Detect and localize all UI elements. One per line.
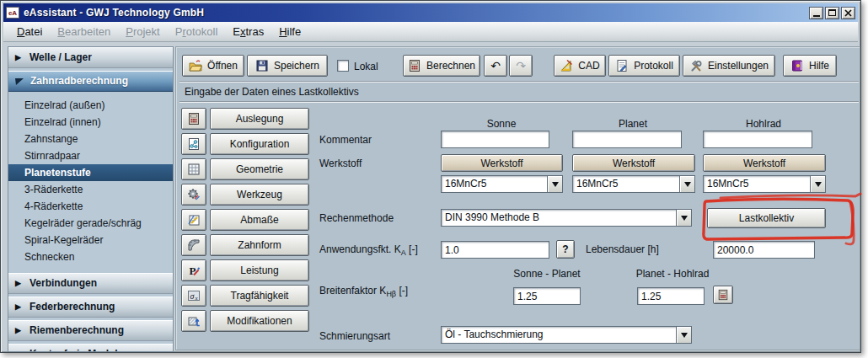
sidebar-item-planetenstufe[interactable]: Planetenstufe xyxy=(8,164,173,181)
close-button[interactable] xyxy=(841,7,855,19)
sidebar-section-verbindungen[interactable]: ▶ Verbindungen xyxy=(8,273,173,294)
help-button[interactable]: Hilfe xyxy=(783,55,837,77)
menu-extras[interactable]: Extras xyxy=(225,23,271,40)
sidebar-section-welle-lager[interactable]: ▶ Welle / Lager xyxy=(8,47,173,68)
kommentar-input-planet[interactable] xyxy=(572,131,682,148)
anwendungsfaktor-help-button[interactable]: ? xyxy=(556,240,575,259)
open-button[interactable]: Öffnen xyxy=(182,55,244,77)
gear-segment-icon xyxy=(187,238,201,252)
dropdown-arrow-icon[interactable] xyxy=(810,176,825,192)
werkzeug-button[interactable]: Werkzeug xyxy=(210,184,309,206)
dropdown-arrow-icon[interactable] xyxy=(679,176,694,192)
anwendungsfaktor-label: Anwendungsfkt. KA [-] xyxy=(319,243,418,257)
configuration-icon xyxy=(187,137,201,151)
werkzeug-icon-button[interactable] xyxy=(181,184,206,206)
breitenfaktor-input-sonne-planet[interactable] xyxy=(513,287,581,305)
settings-button[interactable]: Einstellungen xyxy=(683,55,775,77)
title-bar: eA eAssistant - GWJ Technology GmbH xyxy=(3,3,858,22)
werkstoff-select-hohlrad[interactable]: 16MnCr5 xyxy=(703,175,826,193)
kommentar-input-hohlrad[interactable] xyxy=(703,131,812,148)
zahnform-icon-button[interactable] xyxy=(181,234,206,256)
breitenfaktor-input-planet-hohlrad[interactable] xyxy=(637,287,705,305)
tragfaehigkeit-icon-button[interactable]: σ x xyxy=(181,285,206,307)
werkstoff-select-value: 16MnCr5 xyxy=(704,176,810,192)
breitenfaktor-calc-button[interactable] xyxy=(713,286,733,304)
werkstoff-select-value: 16MnCr5 xyxy=(442,176,547,192)
werkstoff-select-sonne[interactable]: 16MnCr5 xyxy=(441,175,563,193)
sidebar-item-schnecken[interactable]: Schnecken xyxy=(8,248,173,265)
sidebar-item-stirnradpaar[interactable]: Stirnradpaar xyxy=(8,147,173,164)
open-button-label: Öffnen xyxy=(207,60,238,72)
werkstoff-button-planet[interactable]: Werkstoff xyxy=(572,154,695,172)
abmasse-icon-button[interactable] xyxy=(181,209,206,231)
leistung-button[interactable]: Leistung xyxy=(210,259,309,281)
local-checkbox[interactable] xyxy=(337,60,349,72)
sidebar-section-zahnradberechnung[interactable]: Zahnradberechnung xyxy=(8,71,173,92)
dropdown-arrow-icon[interactable] xyxy=(676,327,691,343)
help-book-icon xyxy=(790,59,804,72)
compute-button[interactable]: Berechnen xyxy=(403,55,480,77)
sidebar-item-zahnstange[interactable]: Zahnstange xyxy=(8,131,173,147)
sidebar-section-federberechnung[interactable]: ▶ Federberechnung xyxy=(8,297,173,318)
rechenmethode-select[interactable]: DIN 3990 Methode B xyxy=(441,209,692,227)
sidebar-item-spiral-kegelraeder[interactable]: Spiral-Kegelräder xyxy=(8,232,173,248)
sidebar-section-riemenberechnung[interactable]: ▶ Riemenberechnung xyxy=(8,320,173,341)
protocol-button[interactable]: Protokoll xyxy=(608,55,680,77)
column-header-sonne: Sonne xyxy=(459,118,544,130)
dropdown-arrow-icon[interactable] xyxy=(676,210,691,226)
kommentar-input-sonne[interactable] xyxy=(441,131,549,148)
menu-bar: Datei Bearbeiten Projekt Protokoll Extra… xyxy=(3,22,858,42)
menu-projekt[interactable]: Projekt xyxy=(118,23,167,40)
lebensdauer-input[interactable] xyxy=(713,241,815,259)
lastkollektiv-button[interactable]: Lastkollektiv xyxy=(707,208,826,228)
abmasse-button[interactable]: Abmaße xyxy=(210,209,309,231)
werkstoff-button-hohlrad[interactable]: Werkstoff xyxy=(703,154,826,172)
konfiguration-icon-button[interactable] xyxy=(181,133,206,155)
sidebar-section-label: Riemenberechnung xyxy=(29,324,124,336)
modifikationen-button[interactable]: Modifikationen xyxy=(210,310,309,332)
menu-datei[interactable]: Datei xyxy=(9,23,50,40)
undo-button[interactable]: ↶ xyxy=(484,55,507,77)
menu-bearbeiten[interactable]: Bearbeiten xyxy=(50,23,118,40)
redo-icon: ↷ xyxy=(516,61,526,71)
chevron-right-icon: ▶ xyxy=(15,326,24,334)
menu-protokoll[interactable]: Protokoll xyxy=(168,23,226,40)
rechenmethode-select-value: DIN 3990 Methode B xyxy=(442,210,676,226)
sidebar-section-kostenfreie-module[interactable]: ▶ Kostenfreie Module xyxy=(8,344,173,352)
leistung-icon-button[interactable]: P xyxy=(181,259,206,281)
sidebar-item-einzelrad-innen[interactable]: Einzelrad (innen) xyxy=(8,114,173,131)
werkstoff-select-planet[interactable]: 16MnCr5 xyxy=(572,175,695,193)
werkstoff-button-sonne[interactable]: Werkstoff xyxy=(441,154,563,172)
sidebar-item-4-raederkette[interactable]: 4-Räderkette xyxy=(8,198,173,215)
app-icon: eA xyxy=(6,7,19,19)
sidebar-section-label: Verbindungen xyxy=(29,277,97,289)
minimize-button[interactable] xyxy=(809,7,823,19)
cad-button[interactable]: CAD xyxy=(554,55,606,77)
menu-hilfe[interactable]: Hilfe xyxy=(271,23,308,40)
cad-set-square-icon xyxy=(560,59,573,72)
sidebar-item-einzelrad-aussen[interactable]: Einzelrad (außen) xyxy=(8,97,173,114)
help-button-label: Hilfe xyxy=(809,60,829,72)
anwendungsfaktor-input[interactable] xyxy=(441,241,549,259)
geometrie-icon-button[interactable] xyxy=(181,158,206,180)
tragfaehigkeit-button[interactable]: Tragfähigkeit xyxy=(210,285,309,307)
dropdown-arrow-icon[interactable] xyxy=(547,176,562,192)
modifikationen-icon-button[interactable] xyxy=(181,310,206,332)
schmierungsart-select[interactable]: Öl - Tauchschmierung xyxy=(441,326,692,344)
app-window: eA eAssistant - GWJ Technology GmbH Date… xyxy=(0,0,861,353)
maximize-button[interactable] xyxy=(825,7,839,19)
open-folder-icon xyxy=(189,59,202,72)
save-button[interactable]: Speichern xyxy=(247,55,328,77)
sidebar-item-kegelraeder[interactable]: Kegelräder gerade/schräg xyxy=(8,215,173,232)
sidebar-section-label: Zahnradberechnung xyxy=(30,75,128,87)
cad-button-label: CAD xyxy=(578,60,599,72)
redo-button[interactable]: ↷ xyxy=(509,55,533,77)
auslegung-icon-button[interactable] xyxy=(181,108,206,130)
geometrie-button[interactable]: Geometrie xyxy=(210,158,309,180)
konfiguration-button[interactable]: Konfiguration xyxy=(210,133,309,155)
chevron-right-icon: ▶ xyxy=(15,302,24,311)
breitenfaktor-label: Breitenfaktor KHβ [-] xyxy=(319,285,408,298)
auslegung-button[interactable]: Auslegung xyxy=(210,108,309,130)
zahnform-button[interactable]: Zahnform xyxy=(210,234,309,256)
sidebar-item-3-raederkette[interactable]: 3-Räderkette xyxy=(8,181,173,198)
